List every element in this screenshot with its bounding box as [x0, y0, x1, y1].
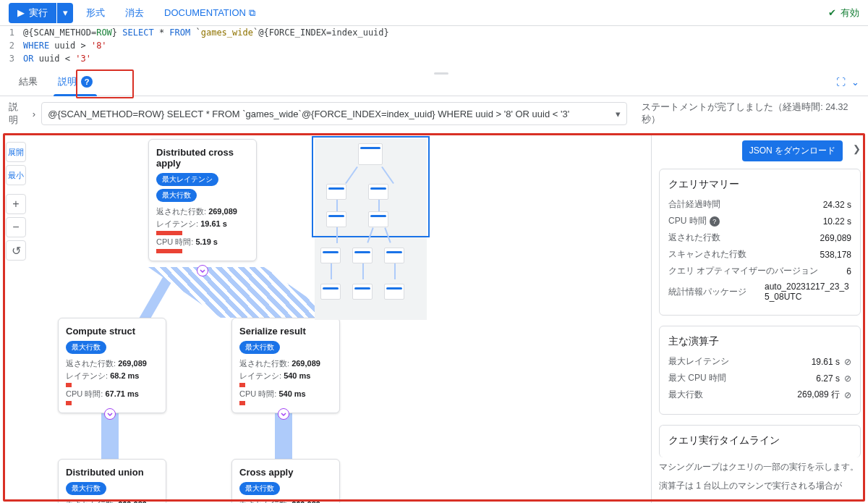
stat-latency: レイテンシ: 19.61 s	[156, 219, 249, 229]
chevron-down-icon[interactable]: ⌄	[851, 77, 859, 88]
latency-bar	[156, 231, 182, 235]
stat-rows: 返された行数: 269,089	[66, 358, 158, 369]
download-json-button[interactable]: JSON をダウンロード	[742, 140, 843, 161]
link-icon[interactable]: ⊘	[844, 373, 851, 384]
node-compute-struct[interactable]: Compute struct 最大行数 返された行数: 269,089 レイテン…	[58, 318, 166, 413]
node-title: Serialize result	[239, 326, 332, 337]
node-serialize-result[interactable]: Serialize result 最大行数 返された行数: 269,089 レイ…	[231, 318, 340, 413]
node-cross-apply[interactable]: Cross apply 最大行数 返された行数: 269,089	[231, 459, 340, 503]
docs-link[interactable]: DOCUMENTATION ⧉	[157, 7, 263, 19]
link-icon[interactable]: ⊘	[844, 390, 851, 400]
cpu-bar	[239, 401, 245, 405]
latency-bar	[66, 383, 72, 387]
panel-title: クエリサマリー	[668, 178, 851, 191]
badge-max-latency: 最大レイテンシ	[156, 173, 218, 186]
badge-max-rows: 最大行数	[66, 482, 106, 495]
fullscreen-icon[interactable]: ⛶	[836, 77, 846, 88]
badge-max-rows: 最大行数	[239, 482, 280, 495]
node-title: Compute struct	[66, 326, 158, 337]
graph-toolbar: 展開 最小 + − ↺	[6, 142, 26, 261]
badge-max-rows: 最大行数	[66, 341, 106, 354]
timeline-desc: マシングループはクエリの一部の実行を示します。	[659, 460, 861, 473]
tab-results[interactable]: 結果	[9, 68, 48, 96]
node-title: Distributed cross apply	[156, 147, 249, 169]
chevron-right-icon: ›	[33, 109, 35, 119]
run-button[interactable]: ▶実行	[9, 3, 56, 23]
plan-graph[interactable]: 展開 最小 + − ↺ Distributed cross apply 最大レイ…	[0, 133, 651, 503]
explain-panel: 展開 最小 + − ↺ Distributed cross apply 最大レイ…	[0, 133, 868, 503]
stat-latency: レイテンシ: 68.2 ms	[66, 371, 158, 381]
badge-max-rows: 最大行数	[156, 189, 197, 202]
format-button[interactable]: 形式	[79, 7, 112, 20]
status-valid: ✔有効	[828, 7, 859, 20]
clear-button[interactable]: 消去	[118, 7, 151, 20]
breadcrumb-label: 説明	[9, 101, 27, 127]
top-operators-panel: 主な演算子 最大レイテンシ19.61 s ⊘ 最大 CPU 時間6.27 s ⊘…	[659, 326, 861, 415]
cpu-bar	[66, 401, 72, 405]
stat-rows: 返された行数: 269,089	[239, 358, 332, 369]
toolbar: ▶実行 ▾ 形式 消去 DOCUMENTATION ⧉ ✔有効	[0, 0, 868, 26]
expand-button[interactable]: 展開	[6, 142, 26, 162]
stat-rows: 返された行数: 269,089	[66, 499, 158, 503]
stat-rows: 返された行数: 269,089	[156, 206, 249, 217]
stat-rows: 返された行数: 269,089	[239, 499, 332, 503]
details-sidebar: JSON をダウンロード ❯ クエリサマリー 合計経過時間24.32 s CPU…	[651, 133, 868, 503]
minimap[interactable]	[315, 139, 427, 320]
node-title: Distributed union	[66, 467, 158, 478]
node-distributed-cross-apply[interactable]: Distributed cross apply 最大レイテンシ 最大行数 返され…	[148, 139, 257, 261]
link-icon[interactable]: ⊘	[844, 357, 851, 367]
collapse-sidebar-icon[interactable]: ❯	[853, 143, 861, 154]
badge-max-rows: 最大行数	[239, 341, 280, 354]
expand-disc[interactable]	[197, 265, 208, 276]
connector	[148, 267, 336, 318]
check-circle-icon: ✔	[828, 7, 836, 18]
results-tabs: 結果 説明? ⛶ ⌄	[0, 68, 868, 96]
play-icon: ▶	[17, 7, 25, 18]
latency-bar	[239, 383, 245, 387]
timeline-desc: 演算子は 1 台以上のマシンで実行される場合が	[659, 479, 861, 492]
chevron-down-icon: ▾	[616, 109, 621, 119]
stat-cpu: CPU 時間: 540 ms	[239, 389, 332, 400]
timeline-panel: クエリ実行タイムライン	[659, 425, 861, 457]
node-distributed-union[interactable]: Distributed union 最大行数 返された行数: 269,089	[58, 459, 166, 503]
panel-title: クエリ実行タイムライン	[668, 434, 851, 447]
sql-editor[interactable]: 1@{SCAN_METHOD=ROW} SELECT * FROM `games…	[0, 26, 868, 68]
stat-cpu: CPU 時間: 67.71 ms	[66, 389, 158, 400]
node-title: Cross apply	[239, 467, 332, 478]
chevron-down-icon: ▾	[63, 7, 68, 18]
annotation-highlight-tab	[76, 69, 134, 98]
query-summary-panel: クエリサマリー 合計経過時間24.32 s CPU 時間 ?10.22 s 返さ…	[659, 169, 861, 316]
stat-cpu: CPU 時間: 5.19 s	[156, 237, 249, 248]
expand-disc[interactable]	[278, 408, 289, 420]
cpu-bar	[156, 249, 182, 253]
run-dropdown[interactable]: ▾	[57, 3, 73, 23]
reset-view-button[interactable]: ↺	[6, 240, 26, 261]
statement-status: ステートメントが完了しました（経過時間: 24.32 秒）	[642, 101, 859, 126]
zoom-in-button[interactable]: +	[6, 194, 26, 214]
expand-disc[interactable]	[104, 408, 116, 420]
stat-latency: レイテンシ: 540 ms	[239, 371, 332, 381]
zoom-out-button[interactable]: −	[6, 217, 26, 237]
collapse-button[interactable]: 最小	[6, 165, 26, 185]
query-selector[interactable]: @{SCAN_METHOD=ROW} SELECT * FROM `games_…	[41, 102, 627, 125]
external-link-icon: ⧉	[249, 7, 255, 19]
help-icon[interactable]: ?	[710, 216, 720, 227]
panel-title: 主な演算子	[668, 335, 851, 348]
breadcrumb: 説明 › @{SCAN_METHOD=ROW} SELECT * FROM `g…	[0, 96, 868, 131]
